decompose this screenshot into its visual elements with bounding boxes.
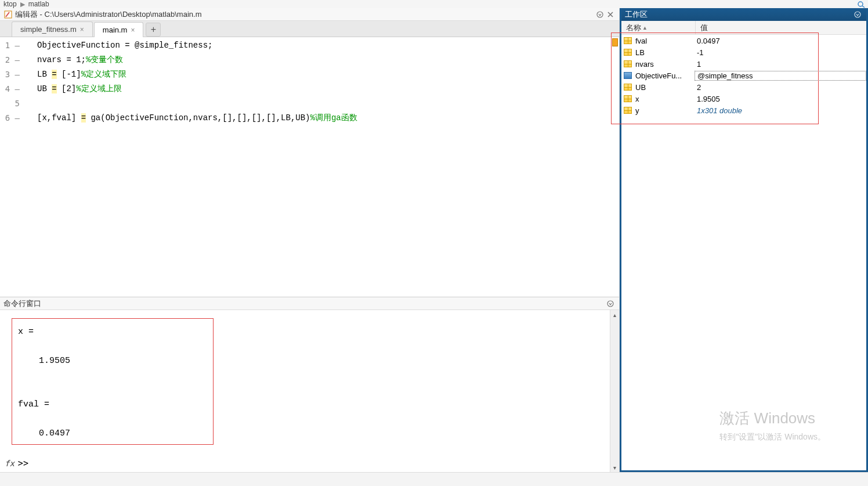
workspace-var-value: 1x301 double (696, 106, 866, 115)
variable-icon (623, 48, 633, 57)
variable-icon (623, 36, 633, 45)
tab-main[interactable]: main.m × (94, 22, 144, 37)
search-icon[interactable] (856, 0, 867, 8)
workspace-var-name: UB (635, 83, 696, 92)
code-line[interactable]: nvars = 1;%变量个数 (37, 53, 619, 67)
workspace-var-name: LB (635, 48, 696, 57)
scroll-down-icon[interactable]: ▾ (610, 463, 619, 472)
workspace-header: 工作区 (621, 8, 866, 21)
workspace-body[interactable]: fval0.0497LB-1nvars1ObjectiveFu...@simpl… (621, 35, 866, 470)
editor-title-label: 编辑器 (15, 9, 38, 20)
workspace-var-value: 1 (696, 60, 866, 69)
tab-label: main.m (103, 26, 128, 34)
variable-icon (623, 94, 633, 103)
editor-header: 编辑器 - C:\Users\Administrator\Desktop\mat… (0, 8, 619, 21)
close-icon[interactable]: × (80, 26, 84, 34)
workspace-var-value: @simple_fitness (695, 71, 866, 81)
gutter-line: 3 — (0, 67, 20, 82)
scroll-track[interactable] (610, 319, 619, 463)
watermark-line1: 激活 Windows (719, 408, 826, 429)
tab-label: simple_fitness.m (20, 25, 77, 34)
editor-icon (3, 10, 13, 19)
editor-body[interactable]: 1 —2 —3 —4 —56 — ObjectiveFunction = @si… (0, 37, 619, 297)
command-prompt[interactable]: fx >> (5, 458, 28, 469)
svg-line-1 (862, 6, 865, 8)
fx-icon[interactable]: fx (5, 459, 15, 468)
breadcrumb-part: matlab (28, 0, 49, 8)
workspace-col-value[interactable]: 值 (696, 21, 866, 34)
sort-asc-icon: ▲ (642, 25, 648, 31)
command-prompt-symbol: >> (18, 458, 28, 469)
workspace-var-name: x (635, 95, 696, 103)
scrollbar[interactable]: ▴ ▾ (610, 310, 619, 472)
dropdown-icon[interactable] (852, 9, 863, 20)
svg-point-0 (858, 2, 863, 6)
watermark-line2: 转到"设置"以激活 Windows。 (719, 432, 826, 442)
editor-code[interactable]: ObjectiveFunction = @simple_fitness;nvar… (23, 37, 619, 297)
command-output: x = 1.9505 fval = 0.0497 (12, 318, 214, 445)
dropdown-icon[interactable] (605, 298, 616, 309)
windows-activation-watermark: 激活 Windows 转到"设置"以激活 Windows。 (719, 408, 826, 442)
close-icon[interactable]: × (131, 26, 135, 34)
bookmark-strip (612, 38, 619, 46)
editor-title-path: C:\Users\Administrator\Desktop\matlab\ma… (45, 10, 202, 19)
workspace-title: 工作区 (625, 9, 648, 20)
editor-gutter: 1 —2 —3 —4 —56 — (0, 37, 23, 297)
workspace-var-name: fval (635, 37, 696, 45)
gutter-line: 5 (0, 96, 20, 111)
svg-point-3 (597, 12, 603, 17)
bookmark-marker[interactable] (612, 38, 618, 46)
svg-point-5 (855, 12, 860, 17)
editor-title-sep: - (38, 10, 45, 19)
code-line[interactable]: ObjectiveFunction = @simple_fitness; (37, 38, 619, 53)
command-body[interactable]: x = 1.9505 fval = 0.0497 fx >> ▴ ▾ (0, 310, 619, 472)
gutter-line: 2 — (0, 53, 20, 67)
gutter-line: 1 — (0, 38, 20, 53)
tab-simple-fitness[interactable]: simple_fitness.m × (12, 21, 93, 37)
workspace-var-value: 0.0497 (696, 37, 866, 45)
close-icon[interactable] (605, 9, 616, 20)
gutter-line: 6 — (0, 111, 20, 125)
workspace-columns: 名称▲ 值 (621, 21, 866, 35)
workspace-var-row[interactable]: ObjectiveFu...@simple_fitness (621, 70, 866, 81)
add-tab-button[interactable]: + (146, 23, 161, 37)
code-line[interactable]: [x,fval] = ga(ObjectiveFunction,nvars,[]… (37, 111, 619, 125)
chevron-right-icon: ▶ (20, 1, 25, 8)
command-header: 命令行窗口 (0, 297, 619, 310)
breadcrumb[interactable]: ktop ▶ matlab (0, 0, 868, 8)
scroll-up-icon[interactable]: ▴ (610, 310, 619, 319)
command-title: 命令行窗口 (3, 298, 41, 309)
variable-icon (623, 82, 633, 92)
workspace-var-name: nvars (635, 60, 696, 69)
workspace-var-row[interactable]: UB2 (621, 81, 866, 93)
workspace-var-row[interactable]: x1.9505 (621, 93, 866, 105)
variable-icon (623, 59, 633, 69)
workspace-var-value: 1.9505 (696, 95, 866, 103)
workspace-var-value: -1 (696, 48, 866, 57)
workspace-var-row[interactable]: fval0.0497 (621, 35, 866, 46)
dropdown-icon[interactable] (595, 9, 605, 20)
code-line[interactable] (37, 96, 619, 111)
svg-point-4 (607, 301, 613, 307)
breadcrumb-part: ktop (3, 0, 17, 8)
gutter-line: 4 — (0, 82, 20, 96)
workspace-col-name[interactable]: 名称▲ (621, 21, 696, 34)
editor-tabs: simple_fitness.m × main.m × + (0, 21, 619, 37)
status-bar (0, 472, 868, 486)
code-line[interactable]: LB = [-1]%定义域下限 (37, 67, 619, 82)
workspace-var-row[interactable]: LB-1 (621, 46, 866, 58)
function-handle-icon (623, 71, 633, 80)
code-line[interactable]: UB = [2]%定义域上限 (37, 82, 619, 96)
workspace-var-name: y (635, 106, 696, 115)
workspace-var-row[interactable]: y1x301 double (621, 105, 866, 116)
workspace-var-value: 2 (696, 83, 866, 92)
workspace-var-row[interactable]: nvars1 (621, 58, 866, 70)
variable-icon (623, 106, 633, 115)
workspace-var-name: ObjectiveFu... (635, 71, 696, 80)
